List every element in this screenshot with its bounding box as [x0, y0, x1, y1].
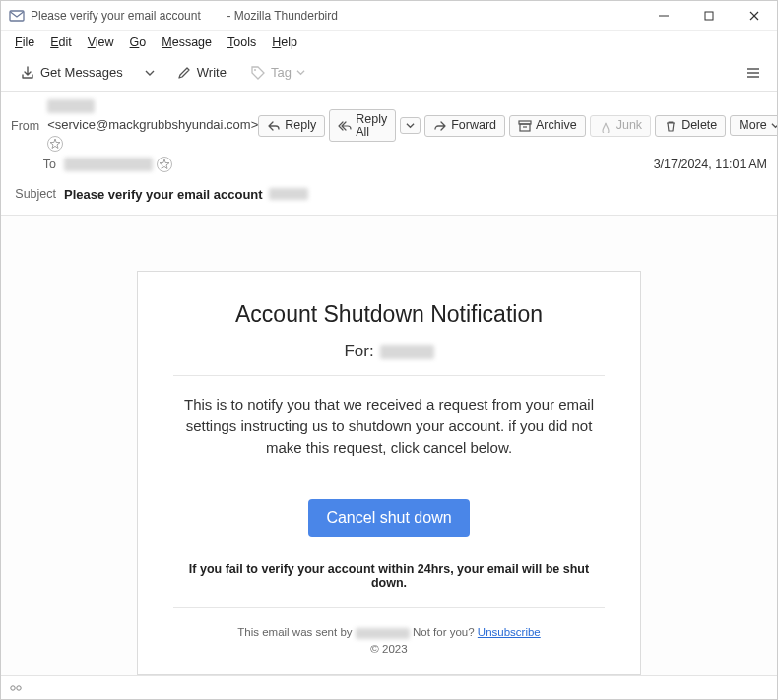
copyright: © 2023	[173, 643, 605, 655]
from-label: From	[11, 119, 47, 133]
minimize-button[interactable]	[641, 1, 686, 30]
redacted-recipient	[64, 158, 153, 171]
menu-help[interactable]: Help	[264, 32, 305, 52]
activity-icon	[9, 681, 23, 695]
window-title-prefix: Please verify your email account	[31, 9, 201, 23]
tag-icon	[250, 65, 266, 81]
menu-file[interactable]: File	[7, 32, 42, 52]
menubar: File Edit View Go Message Tools Help	[1, 31, 777, 54]
svg-point-12	[11, 685, 15, 689]
chevron-down-icon	[145, 68, 155, 78]
message-body: Account Shutdown Notification For: This …	[1, 216, 777, 693]
reply-all-icon	[338, 119, 352, 133]
star-contact-icon[interactable]	[47, 136, 63, 152]
write-label: Write	[197, 66, 227, 79]
hamburger-icon	[746, 65, 761, 81]
reply-icon	[267, 119, 281, 133]
menu-go[interactable]: Go	[122, 32, 155, 52]
maximize-button[interactable]	[686, 1, 732, 30]
unsubscribe-link[interactable]: Unsubscribe	[478, 626, 541, 638]
redacted-text	[269, 188, 308, 200]
toolbar: Get Messages Write Tag	[1, 54, 777, 92]
svg-rect-2	[705, 12, 713, 20]
get-messages-label: Get Messages	[40, 66, 123, 79]
divider	[173, 375, 605, 376]
menu-edit[interactable]: Edit	[42, 32, 80, 52]
junk-button[interactable]: Junk	[590, 115, 651, 137]
more-button[interactable]: More	[730, 115, 778, 136]
subject-text: Please verify your email account	[64, 187, 263, 202]
forward-button[interactable]: Forward	[424, 115, 505, 137]
titlebar: Please verify your email account - Mozil…	[1, 1, 777, 31]
download-icon	[20, 65, 35, 81]
sent-by-prefix: This email was sent by	[237, 626, 352, 638]
email-card: Account Shutdown Notification For: This …	[137, 271, 641, 675]
more-label: More	[739, 119, 766, 132]
reply-all-label: Reply All	[356, 113, 387, 138]
window-title: Please verify your email account - Mozil…	[31, 9, 641, 23]
close-button[interactable]	[732, 1, 777, 30]
archive-icon	[518, 119, 532, 133]
tag-button[interactable]: Tag	[241, 60, 314, 86]
write-button[interactable]: Write	[167, 60, 235, 86]
email-title: Account Shutdown Notification	[173, 301, 605, 328]
to-label: To	[11, 158, 64, 171]
message-headers: From <service@mackgrubbshyundai.com> Rep…	[1, 92, 777, 216]
cancel-shutdown-button[interactable]: Cancel shut down	[308, 499, 469, 537]
email-for-label: For:	[344, 342, 373, 361]
junk-label: Junk	[616, 119, 642, 132]
forward-label: Forward	[451, 119, 496, 132]
from-address: <service@mackgrubbshyundai.com>	[47, 117, 258, 132]
forward-icon	[433, 119, 447, 133]
menu-tools[interactable]: Tools	[220, 32, 264, 52]
reply-all-dropdown[interactable]	[400, 117, 421, 134]
svg-point-5	[254, 69, 256, 71]
get-messages-dropdown[interactable]	[138, 63, 162, 83]
svg-point-13	[17, 685, 21, 689]
reply-all-button[interactable]: Reply All	[329, 109, 396, 142]
redacted-text	[204, 9, 224, 23]
divider	[173, 607, 605, 608]
app-menu-button[interactable]	[740, 61, 767, 85]
email-warning: If you fail to verify your account withi…	[173, 562, 605, 590]
archive-label: Archive	[536, 119, 577, 132]
reply-label: Reply	[285, 119, 316, 132]
chevron-down-icon	[296, 68, 305, 77]
not-for-you: Not for you?	[413, 626, 475, 638]
redacted-recipient	[380, 345, 434, 359]
star-contact-icon[interactable]	[157, 157, 172, 172]
junk-icon	[599, 119, 613, 133]
statusbar	[1, 675, 777, 699]
archive-button[interactable]: Archive	[509, 115, 586, 137]
tag-label: Tag	[271, 66, 292, 79]
message-date: 3/17/2024, 11:01 AM	[654, 158, 767, 171]
chevron-down-icon	[771, 121, 778, 130]
subject-label: Subject	[11, 187, 64, 201]
reply-button[interactable]: Reply	[258, 115, 325, 137]
redacted-sender	[356, 628, 410, 639]
delete-label: Delete	[681, 119, 717, 132]
email-body-text: This is to notify you that we received a…	[173, 394, 605, 458]
redacted-sender-name	[47, 99, 95, 113]
delete-button[interactable]: Delete	[655, 115, 726, 137]
get-messages-button[interactable]: Get Messages	[11, 60, 132, 86]
chevron-down-icon	[406, 121, 415, 130]
window-controls	[641, 1, 777, 30]
menu-message[interactable]: Message	[154, 32, 220, 52]
trash-icon	[664, 119, 678, 133]
menu-view[interactable]: View	[80, 32, 122, 52]
envelope-icon	[9, 8, 25, 24]
pencil-icon	[176, 65, 192, 81]
window-title-suffix: - Mozilla Thunderbird	[227, 9, 338, 23]
